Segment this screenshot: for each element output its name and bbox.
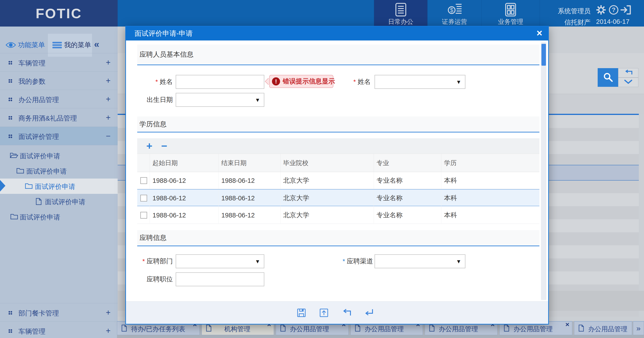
cell-school: 北京大学 (280, 172, 374, 189)
dialog-title: 面试评价申请-申请 (134, 26, 192, 40)
required-mark: * (156, 78, 158, 86)
sidebar-item-interview-eval-mgmt[interactable]: 面试评价管理 − (0, 127, 118, 145)
tab-office-supplies-5[interactable]: 办公用品管理 (574, 321, 632, 335)
remove-row-button[interactable]: − (158, 138, 170, 154)
logout-button[interactable] (621, 5, 632, 16)
expand-icon[interactable]: + (103, 94, 113, 104)
apply-dept-select[interactable]: ▼ (176, 254, 264, 268)
menu-dots-icon (8, 311, 10, 312)
page-icon (578, 324, 584, 332)
apply-channel-select[interactable]: ▼ (374, 254, 466, 268)
settings-button[interactable] (596, 5, 606, 16)
education-row-1[interactable]: 1988-06-12 1988-06-12 北京大学 专业名称 本科 (137, 172, 540, 189)
cell-end-date: 1988-06-12 (218, 207, 280, 224)
dropdown-arrow-icon: ▼ (456, 258, 461, 265)
error-icon: ! (272, 77, 280, 86)
add-row-button[interactable]: + (143, 138, 156, 154)
save-button[interactable] (296, 308, 306, 318)
topnav-daily-office[interactable]: 日常办公 (374, 0, 428, 26)
collapse-icon[interactable]: − (103, 131, 113, 141)
cell-major: 专业名称 (374, 172, 441, 189)
col-start-date: 起始日期 (150, 154, 218, 172)
cell-degree: 本科 (441, 172, 540, 189)
topnav-label: 业务管理 (498, 18, 523, 26)
education-row-3[interactable]: 1988-06-12 1988-06-12 北京大学 专业名称 本科 (137, 207, 540, 224)
apply-position-input[interactable] (176, 272, 264, 286)
sidebar-tab-my-menu[interactable]: 我的菜单 (64, 40, 91, 50)
tree-item-interview-eval-request-selected[interactable]: 面试评价申请 (0, 178, 118, 194)
required-mark-blue: * (342, 258, 345, 265)
menu-label: 车辆管理 (18, 59, 46, 68)
close-icon[interactable]: × (534, 28, 545, 39)
tree-label: 面试评价申请 (45, 198, 86, 207)
dialog-titlebar[interactable]: 面试评价申请-申请 × (126, 26, 548, 40)
birthdate-select[interactable]: ▼ (176, 93, 264, 107)
row-checkbox[interactable] (140, 177, 147, 184)
hamburger-icon (52, 42, 62, 50)
topnav-business[interactable]: 业务管理 (481, 0, 540, 26)
tree-item-interview-eval-request-1[interactable]: 面试评价申请 (0, 148, 118, 163)
user-name: 系统管理员 (542, 7, 590, 16)
expand-search-button[interactable] (618, 78, 638, 87)
close-icon[interactable]: × (565, 321, 569, 328)
search-icon (602, 72, 614, 84)
expand-icon[interactable]: + (103, 76, 113, 86)
reset-button[interactable] (618, 68, 638, 78)
sidebar-item-office-supplies[interactable]: 办公用品管理 + (0, 90, 118, 108)
current-date: 2014-06-17 (596, 18, 634, 26)
name2-select[interactable]: ▼ (374, 75, 466, 89)
folder-open-icon (10, 152, 18, 160)
section-apply-info: 应聘信息 (137, 230, 540, 246)
cell-school: 北京大学 (280, 190, 374, 207)
dialog-footer (126, 301, 548, 324)
tree-item-interview-eval-request-2[interactable]: 面试评价申请 (0, 163, 118, 178)
sidebar-collapse-button[interactable]: « (94, 39, 99, 50)
logo-text: FOTIC (36, 6, 82, 21)
education-row-2-selected[interactable]: 1988-06-12 1988-06-12 北京大学 专业名称 本科 (137, 189, 540, 206)
sidebar-item-vehicle-mgmt[interactable]: 车辆管理 + (0, 53, 118, 72)
sidebar-item-my-params[interactable]: 我的参数 + (0, 72, 118, 90)
expand-icon[interactable]: + (103, 113, 113, 122)
cell-start-date: 1988-06-12 (150, 172, 218, 189)
apply-channel-label: * 应聘渠道 (326, 254, 373, 268)
topnav-securities[interactable]: $ 证券运营 (428, 0, 481, 26)
row-checkbox[interactable] (140, 212, 147, 218)
tab-label: 办公用品管理 (588, 325, 627, 334)
error-tooltip: ! 错误提示信息显示 (269, 75, 333, 88)
col-major: 专业 (374, 154, 441, 172)
dialog-scrollbar-thumb[interactable] (542, 44, 546, 66)
expand-icon[interactable]: + (103, 58, 113, 67)
help-button[interactable]: ? (608, 5, 619, 16)
sidebar-tab-function-menu[interactable]: 功能菜单 (18, 40, 45, 50)
menu-dots-icon (8, 61, 10, 62)
cell-start-date: 1988-06-12 (150, 190, 218, 207)
sidebar-item-dept-meal-card[interactable]: 部门餐卡管理 + (0, 303, 118, 322)
menu-label: 面试评价管理 (18, 132, 59, 142)
undo-button[interactable] (342, 308, 352, 318)
search-button[interactable] (598, 68, 618, 87)
dialog-scrollbar-track (541, 42, 546, 300)
enter-button[interactable] (364, 308, 374, 318)
statusbar-strip (117, 335, 644, 338)
row-checkbox[interactable] (140, 195, 147, 202)
gear-icon (596, 5, 606, 16)
page-icon (504, 324, 510, 332)
upload-button[interactable] (319, 308, 329, 318)
interview-eval-request-dialog: 面试评价申请-申请 × 应聘人员基本信息 * 姓名 ! 错误提示信息显示 * 姓… (125, 26, 549, 324)
sidebar-item-business-wine-gifts[interactable]: 商务用酒&礼品管理 + (0, 108, 118, 127)
name-input[interactable] (176, 75, 264, 89)
tab-overflow-button[interactable]: » (633, 321, 644, 335)
eye-icon (6, 42, 16, 49)
sidebar-item-vehicle-mgmt-2[interactable]: 车辆管理 + (0, 322, 118, 338)
tree-item-interview-eval-request-leaf[interactable]: 面试评价申请 (0, 194, 118, 209)
tree-item-interview-eval-request-3[interactable]: 面试评价申请 (0, 209, 118, 224)
expand-icon[interactable]: + (103, 308, 113, 317)
name2-field-label: * 姓名 (338, 75, 371, 89)
grid-icon (504, 2, 518, 17)
birthdate-field-label: 出生日期 (130, 93, 173, 107)
education-table-header: 起始日期 结束日期 毕业院校 专业 学历 (137, 154, 540, 172)
expand-icon[interactable]: + (103, 326, 113, 336)
cell-degree: 本科 (441, 190, 540, 207)
reset-icon (624, 70, 633, 76)
cell-end-date: 1988-06-12 (218, 172, 280, 189)
